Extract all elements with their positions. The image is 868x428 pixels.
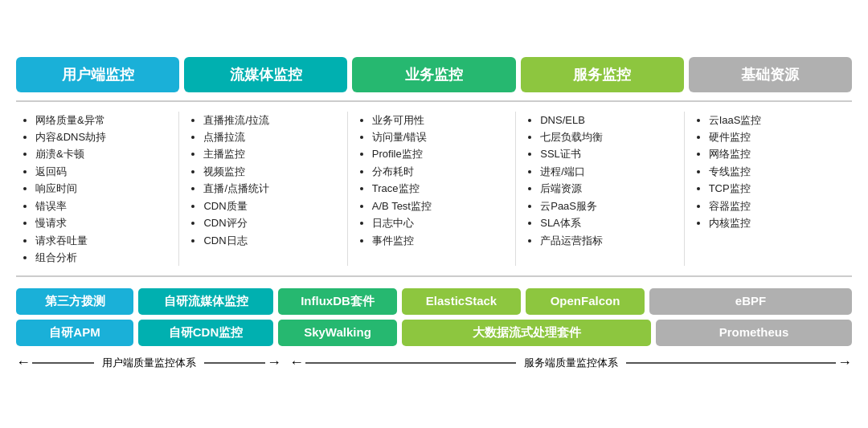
content-col1: 网络质量&异常内容&DNS劫持崩溃&卡顿返回码响应时间错误率慢请求请求吞吐量组合… — [16, 112, 179, 267]
list-item: 点播拉流 — [203, 128, 340, 145]
list-col4: DNS/ELB七层负载均衡SSL证书进程/端口后端资源云PaaS服务SLA体系产… — [527, 112, 677, 250]
list-col3: 业务可用性访问量/错误Profile监控分布耗时Trace监控A/B Test监… — [359, 112, 509, 250]
list-item: A/B Test监控 — [372, 198, 509, 214]
header-col2: 流媒体监控 — [184, 57, 347, 92]
header-col4: 服务监控 — [521, 57, 684, 92]
list-item: 错误率 — [35, 198, 172, 214]
badge-bigdata: 大数据流式处理套件 — [402, 320, 651, 346]
main-container: 用户端监控 流媒体监控 业务监控 服务监控 基础资源 网络质量&异常内容&DNS… — [16, 49, 852, 380]
list-item: 崩溃&卡顿 — [35, 145, 172, 162]
list-item: SSL证书 — [540, 145, 677, 162]
list-item: 日志中心 — [372, 214, 509, 231]
badge-apm: 自研APM — [16, 320, 133, 346]
arrow-spacer — [281, 354, 289, 371]
arrow-right-section: ← 服务端质量监控体系 → — [289, 354, 852, 371]
list-item: 业务可用性 — [372, 112, 509, 128]
arrow-row: ← 用户端质量监控体系 → ← 服务端质量监控体系 → — [16, 354, 852, 371]
badge-streaming-monitor: 自研流媒体监控 — [138, 288, 273, 315]
arrow-right-tip2: → — [837, 354, 852, 371]
list-item: CDN质量 — [203, 198, 340, 214]
list-item: 视频监控 — [203, 163, 340, 180]
header-col5: 基础资源 — [689, 57, 852, 92]
header-col1: 用户端监控 — [16, 57, 179, 92]
list-item: CDN日志 — [203, 232, 340, 249]
arrow-right-label: 服务端质量监控体系 — [516, 356, 626, 370]
list-col2: 直播推流/拉流点播拉流主播监控视频监控直播/点播统计CDN质量CDN评分CDN日… — [190, 112, 340, 250]
list-item: 直播/点播统计 — [203, 180, 340, 197]
list-item: 网络监控 — [709, 145, 845, 162]
list-item: 内核监控 — [709, 214, 845, 231]
badge-third-party: 第三方拨测 — [16, 288, 133, 315]
arrow-left-tip: ← — [16, 354, 31, 371]
list-col5: 云IaaS监控硬件监控网络监控专线监控TCP监控容器监控内核监控 — [696, 112, 845, 232]
badge-cdn-monitor: 自研CDN监控 — [138, 320, 273, 346]
badge-ebpf: eBPF — [649, 288, 852, 315]
list-item: 请求吞吐量 — [35, 232, 172, 249]
tools-row2: 自研APM 自研CDN监控 SkyWalking 大数据流式处理套件 Prome… — [16, 320, 852, 346]
content-col2: 直播推流/拉流点播拉流主播监控视频监控直播/点播统计CDN质量CDN评分CDN日… — [184, 112, 347, 267]
arrow-right-line2 — [626, 362, 837, 364]
list-item: DNS/ELB — [540, 112, 677, 128]
arrow-right-line — [305, 362, 516, 364]
badge-falcon: OpenFalcon — [526, 288, 645, 315]
badge-skywalking: SkyWalking — [278, 320, 397, 346]
tools-row1: 第三方拨测 自研流媒体监控 InfluxDB套件 ElasticStack Op… — [16, 288, 852, 315]
list-item: 访问量/错误 — [372, 128, 509, 145]
list-item: 慢请求 — [35, 214, 172, 231]
list-item: 七层负载均衡 — [540, 128, 677, 145]
arrow-left-label: 用户端质量监控体系 — [94, 356, 204, 370]
list-item: 专线监控 — [709, 163, 845, 180]
list-item: TCP监控 — [709, 180, 845, 197]
list-item: 硬件监控 — [709, 128, 845, 145]
list-item: SLA体系 — [540, 214, 677, 231]
content-col5: 云IaaS监控硬件监控网络监控专线监控TCP监控容器监控内核监控 — [690, 112, 852, 267]
list-item: 内容&DNS劫持 — [35, 128, 172, 145]
list-item: Trace监控 — [372, 180, 509, 197]
arrow-left-line2 — [204, 362, 266, 364]
arrow-left-tip2: → — [267, 354, 281, 371]
list-item: 响应时间 — [35, 180, 172, 197]
arrow-left-line — [32, 362, 94, 364]
list-item: 云PaaS服务 — [540, 198, 677, 214]
list-item: Profile监控 — [372, 145, 509, 162]
list-col1: 网络质量&异常内容&DNS劫持崩溃&卡顿返回码响应时间错误率慢请求请求吞吐量组合… — [23, 112, 172, 267]
badge-elastic: ElasticStack — [402, 288, 521, 315]
list-item: 产品运营指标 — [540, 232, 677, 249]
arrow-right-tip: ← — [289, 354, 304, 371]
list-item: CDN评分 — [203, 214, 340, 231]
list-item: 事件监控 — [372, 232, 509, 249]
list-item: 返回码 — [35, 163, 172, 180]
list-item: 组合分析 — [35, 249, 172, 266]
list-item: 云IaaS监控 — [709, 112, 845, 128]
arrow-left-section: ← 用户端质量监控体系 → — [16, 354, 281, 371]
badge-influxdb: InfluxDB套件 — [278, 288, 397, 315]
list-item: 网络质量&异常 — [35, 112, 172, 128]
bottom-section: 第三方拨测 自研流媒体监控 InfluxDB套件 ElasticStack Op… — [16, 288, 852, 371]
list-item: 直播推流/拉流 — [203, 112, 340, 128]
list-item: 进程/端口 — [540, 163, 677, 180]
header-row: 用户端监控 流媒体监控 业务监控 服务监控 基础资源 — [16, 57, 852, 92]
badge-prometheus: Prometheus — [656, 320, 852, 346]
content-col3: 业务可用性访问量/错误Profile监控分布耗时Trace监控A/B Test监… — [353, 112, 516, 267]
list-item: 分布耗时 — [372, 163, 509, 180]
list-item: 后端资源 — [540, 180, 677, 197]
list-item: 主播监控 — [203, 145, 340, 162]
content-col4: DNS/ELB七层负载均衡SSL证书进程/端口后端资源云PaaS服务SLA体系产… — [521, 112, 684, 267]
header-col3: 业务监控 — [352, 57, 515, 92]
list-item: 容器监控 — [709, 198, 845, 214]
content-row: 网络质量&异常内容&DNS劫持崩溃&卡顿返回码响应时间错误率慢请求请求吞吐量组合… — [16, 100, 852, 278]
